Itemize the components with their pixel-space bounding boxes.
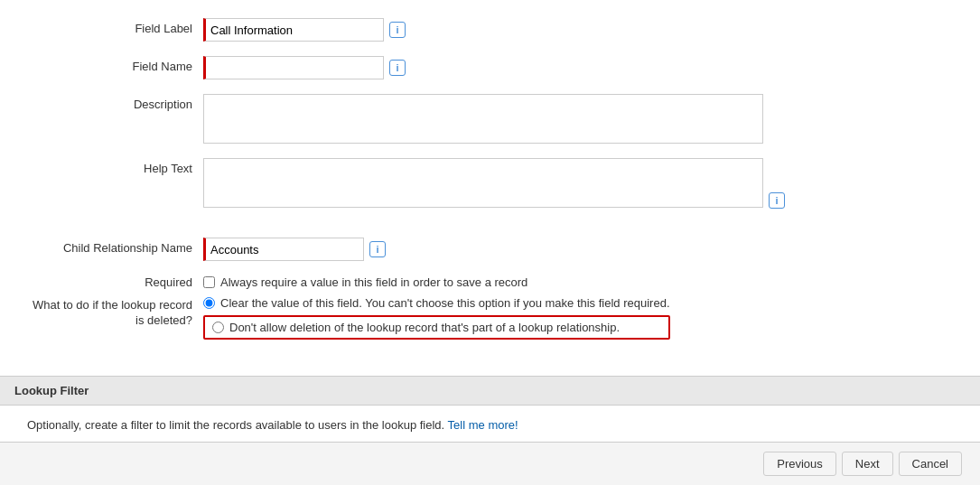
delete-section: What to do if the lookup record is delet…: [27, 296, 953, 340]
description-row: Description: [27, 94, 953, 144]
delete-option1-item: Clear the value of this field. You can't…: [203, 296, 670, 310]
child-relationship-info-icon[interactable]: i: [369, 241, 386, 257]
required-label: Required: [27, 275, 203, 289]
description-label: Description: [27, 94, 203, 111]
child-relationship-row: Child Relationship Name i: [27, 238, 953, 261]
child-relationship-input[interactable]: [203, 238, 364, 261]
field-name-control: i: [203, 56, 953, 79]
delete-label: What to do if the lookup record is delet…: [27, 296, 203, 329]
main-container: Field Label i Field Name i Description H…: [0, 0, 980, 485]
field-name-label: Field Name: [27, 56, 203, 73]
lookup-filter-description: Optionally, create a filter to limit the…: [27, 418, 953, 432]
previous-button[interactable]: Previous: [763, 452, 836, 476]
description-control: [203, 94, 953, 144]
next-button[interactable]: Next: [842, 452, 893, 476]
delete-options: Clear the value of this field. You can't…: [203, 296, 670, 340]
delete-option2-label: Don't allow deletion of the lookup recor…: [229, 321, 620, 334]
required-checkbox[interactable]: [203, 276, 215, 288]
field-label-info-icon[interactable]: i: [389, 22, 406, 38]
delete-option1-radio[interactable]: [203, 297, 215, 309]
cancel-button[interactable]: Cancel: [899, 452, 962, 476]
form-area: Field Label i Field Name i Description H…: [0, 0, 980, 365]
tell-me-more-link[interactable]: Tell me more!: [448, 418, 518, 432]
delete-option1-label: Clear the value of this field. You can't…: [220, 296, 670, 310]
footer-bar: Previous Next Cancel: [0, 442, 980, 485]
field-label-label: Field Label: [27, 18, 203, 35]
lookup-filter-title: Lookup Filter: [14, 384, 89, 397]
delete-option2-highlighted: Don't allow deletion of the lookup recor…: [203, 315, 670, 340]
child-relationship-label: Child Relationship Name: [27, 238, 203, 255]
field-name-input[interactable]: [203, 56, 384, 79]
field-label-control: i: [203, 18, 953, 42]
required-row: Required Always require a value in this …: [27, 275, 953, 289]
help-text-textarea[interactable]: [203, 158, 763, 208]
help-text-control: i: [203, 158, 953, 209]
spacer: [27, 223, 953, 238]
delete-option2-radio[interactable]: [212, 322, 224, 333]
required-checkbox-item: Always require a value in this field in …: [203, 275, 527, 289]
lookup-filter-section: Lookup Filter: [0, 376, 980, 406]
help-text-label: Help Text: [27, 158, 203, 175]
description-textarea[interactable]: [203, 94, 763, 144]
help-text-info-icon[interactable]: i: [769, 192, 785, 209]
field-label-row: Field Label i: [27, 18, 953, 42]
field-name-row: Field Name i: [27, 56, 953, 79]
field-name-info-icon[interactable]: i: [389, 60, 406, 76]
field-label-input[interactable]: [203, 18, 384, 42]
required-checkbox-label: Always require a value in this field in …: [220, 275, 527, 289]
child-relationship-control: i: [203, 238, 953, 261]
help-text-row: Help Text i: [27, 158, 953, 209]
